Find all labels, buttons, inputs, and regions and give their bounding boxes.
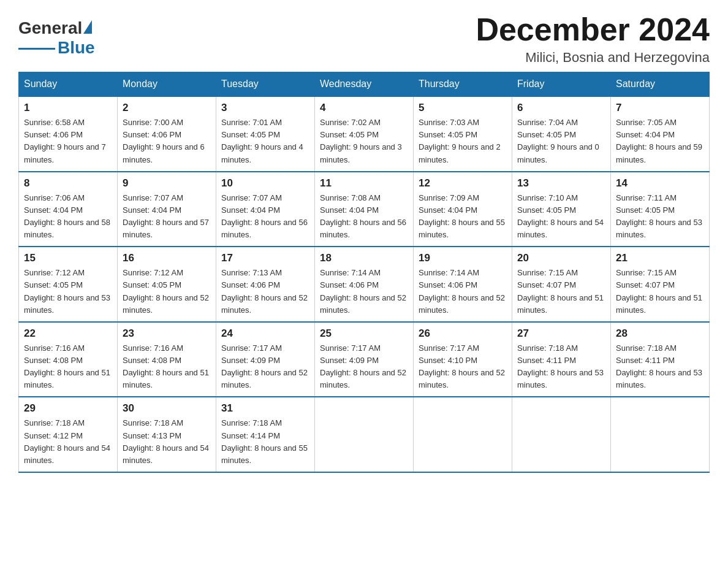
weekday-header: Friday: [512, 72, 611, 97]
calendar-cell: 22Sunrise: 7:16 AMSunset: 4:08 PMDayligh…: [19, 322, 118, 397]
day-number: 11: [320, 177, 408, 190]
calendar-cell: [315, 397, 414, 472]
day-info: Sunrise: 6:58 AMSunset: 4:06 PMDaylight:…: [24, 117, 112, 166]
day-info: Sunrise: 7:15 AMSunset: 4:07 PMDaylight:…: [616, 267, 704, 316]
day-info: Sunrise: 7:09 AMSunset: 4:04 PMDaylight:…: [419, 192, 507, 242]
calendar-week-row: 22Sunrise: 7:16 AMSunset: 4:08 PMDayligh…: [19, 322, 710, 397]
day-number: 8: [24, 177, 112, 190]
day-info: Sunrise: 7:06 AMSunset: 4:04 PMDaylight:…: [24, 192, 112, 242]
calendar-cell: 23Sunrise: 7:16 AMSunset: 4:08 PMDayligh…: [118, 322, 216, 397]
day-info: Sunrise: 7:17 AMSunset: 4:10 PMDaylight:…: [419, 342, 507, 392]
day-number: 21: [616, 252, 704, 264]
day-number: 24: [221, 327, 309, 340]
day-number: 12: [419, 177, 507, 190]
day-number: 14: [616, 177, 704, 190]
day-info: Sunrise: 7:01 AMSunset: 4:05 PMDaylight:…: [221, 117, 309, 166]
calendar-cell: 2Sunrise: 7:00 AMSunset: 4:06 PMDaylight…: [118, 96, 216, 172]
weekday-header: Wednesday: [315, 72, 414, 97]
calendar-cell: 10Sunrise: 7:07 AMSunset: 4:04 PMDayligh…: [216, 172, 315, 247]
calendar-cell: 13Sunrise: 7:10 AMSunset: 4:05 PMDayligh…: [512, 172, 611, 247]
weekday-header: Monday: [118, 72, 216, 97]
weekday-header: Saturday: [611, 72, 710, 97]
day-number: 7: [616, 102, 704, 114]
day-info: Sunrise: 7:02 AMSunset: 4:05 PMDaylight:…: [320, 117, 408, 166]
calendar-cell: 5Sunrise: 7:03 AMSunset: 4:05 PMDaylight…: [414, 96, 512, 172]
calendar-cell: 3Sunrise: 7:01 AMSunset: 4:05 PMDaylight…: [216, 96, 315, 172]
day-number: 18: [320, 252, 408, 264]
day-info: Sunrise: 7:11 AMSunset: 4:05 PMDaylight:…: [616, 192, 704, 242]
weekday-header: Thursday: [414, 72, 512, 97]
calendar-cell: 25Sunrise: 7:17 AMSunset: 4:09 PMDayligh…: [315, 322, 414, 397]
day-number: 26: [419, 327, 507, 340]
day-number: 4: [320, 102, 408, 114]
day-info: Sunrise: 7:12 AMSunset: 4:05 PMDaylight:…: [123, 267, 211, 316]
calendar-cell: 1Sunrise: 6:58 AMSunset: 4:06 PMDaylight…: [19, 96, 118, 172]
day-number: 10: [221, 177, 309, 190]
calendar-week-row: 29Sunrise: 7:18 AMSunset: 4:12 PMDayligh…: [19, 397, 710, 472]
calendar-week-row: 8Sunrise: 7:06 AMSunset: 4:04 PMDaylight…: [19, 172, 710, 247]
day-info: Sunrise: 7:18 AMSunset: 4:13 PMDaylight:…: [123, 417, 211, 467]
calendar-cell: [512, 397, 611, 472]
weekday-header: Sunday: [19, 72, 118, 97]
calendar-cell: 29Sunrise: 7:18 AMSunset: 4:12 PMDayligh…: [19, 397, 118, 472]
day-number: 1: [24, 102, 112, 114]
day-info: Sunrise: 7:14 AMSunset: 4:06 PMDaylight:…: [419, 267, 507, 316]
day-number: 2: [123, 102, 211, 114]
day-info: Sunrise: 7:10 AMSunset: 4:05 PMDaylight:…: [517, 192, 605, 242]
logo-triangle-icon: [83, 20, 92, 34]
calendar-cell: [611, 397, 710, 472]
day-number: 19: [419, 252, 507, 264]
day-info: Sunrise: 7:03 AMSunset: 4:05 PMDaylight:…: [419, 117, 507, 166]
title-block: December 2024 Milici, Bosnia and Herzego…: [476, 12, 710, 66]
calendar-cell: 30Sunrise: 7:18 AMSunset: 4:13 PMDayligh…: [118, 397, 216, 472]
logo-general-text: General: [18, 18, 82, 38]
page-header: General Blue December 2024 Milici, Bosni…: [18, 12, 710, 66]
calendar-cell: 7Sunrise: 7:05 AMSunset: 4:04 PMDaylight…: [611, 96, 710, 172]
calendar-cell: [414, 397, 512, 472]
calendar-cell: 20Sunrise: 7:15 AMSunset: 4:07 PMDayligh…: [512, 247, 611, 322]
day-info: Sunrise: 7:04 AMSunset: 4:05 PMDaylight:…: [517, 117, 605, 166]
calendar-cell: 14Sunrise: 7:11 AMSunset: 4:05 PMDayligh…: [611, 172, 710, 247]
day-number: 25: [320, 327, 408, 340]
day-number: 31: [221, 402, 309, 415]
calendar-cell: 4Sunrise: 7:02 AMSunset: 4:05 PMDaylight…: [315, 96, 414, 172]
logo-line: [18, 48, 55, 50]
logo-blue-text: Blue: [58, 38, 95, 58]
day-number: 6: [517, 102, 605, 114]
calendar-cell: 28Sunrise: 7:18 AMSunset: 4:11 PMDayligh…: [611, 322, 710, 397]
calendar-cell: 27Sunrise: 7:18 AMSunset: 4:11 PMDayligh…: [512, 322, 611, 397]
day-info: Sunrise: 7:07 AMSunset: 4:04 PMDaylight:…: [123, 192, 211, 242]
calendar-cell: 26Sunrise: 7:17 AMSunset: 4:10 PMDayligh…: [414, 322, 512, 397]
calendar-cell: 18Sunrise: 7:14 AMSunset: 4:06 PMDayligh…: [315, 247, 414, 322]
day-info: Sunrise: 7:18 AMSunset: 4:12 PMDaylight:…: [24, 417, 112, 467]
day-number: 15: [24, 252, 112, 264]
calendar-week-row: 15Sunrise: 7:12 AMSunset: 4:05 PMDayligh…: [19, 247, 710, 322]
calendar-cell: 15Sunrise: 7:12 AMSunset: 4:05 PMDayligh…: [19, 247, 118, 322]
calendar-cell: 24Sunrise: 7:17 AMSunset: 4:09 PMDayligh…: [216, 322, 315, 397]
calendar-cell: 8Sunrise: 7:06 AMSunset: 4:04 PMDaylight…: [19, 172, 118, 247]
day-number: 23: [123, 327, 211, 340]
day-number: 22: [24, 327, 112, 340]
day-info: Sunrise: 7:05 AMSunset: 4:04 PMDaylight:…: [616, 117, 704, 166]
calendar-cell: 17Sunrise: 7:13 AMSunset: 4:06 PMDayligh…: [216, 247, 315, 322]
day-number: 9: [123, 177, 211, 190]
day-number: 17: [221, 252, 309, 264]
calendar-header-row: SundayMondayTuesdayWednesdayThursdayFrid…: [19, 72, 710, 97]
day-info: Sunrise: 7:15 AMSunset: 4:07 PMDaylight:…: [517, 267, 605, 316]
day-number: 30: [123, 402, 211, 415]
day-number: 5: [419, 102, 507, 114]
calendar-week-row: 1Sunrise: 6:58 AMSunset: 4:06 PMDaylight…: [19, 96, 710, 172]
day-number: 28: [616, 327, 704, 340]
day-number: 3: [221, 102, 309, 114]
month-title: December 2024: [476, 12, 710, 47]
day-number: 13: [517, 177, 605, 190]
day-number: 27: [517, 327, 605, 340]
calendar-cell: 11Sunrise: 7:08 AMSunset: 4:04 PMDayligh…: [315, 172, 414, 247]
day-info: Sunrise: 7:07 AMSunset: 4:04 PMDaylight:…: [221, 192, 309, 242]
location-title: Milici, Bosnia and Herzegovina: [476, 50, 710, 66]
day-info: Sunrise: 7:13 AMSunset: 4:06 PMDaylight:…: [221, 267, 309, 316]
day-info: Sunrise: 7:16 AMSunset: 4:08 PMDaylight:…: [24, 342, 112, 392]
day-number: 29: [24, 402, 112, 415]
day-info: Sunrise: 7:08 AMSunset: 4:04 PMDaylight:…: [320, 192, 408, 242]
day-info: Sunrise: 7:16 AMSunset: 4:08 PMDaylight:…: [123, 342, 211, 392]
